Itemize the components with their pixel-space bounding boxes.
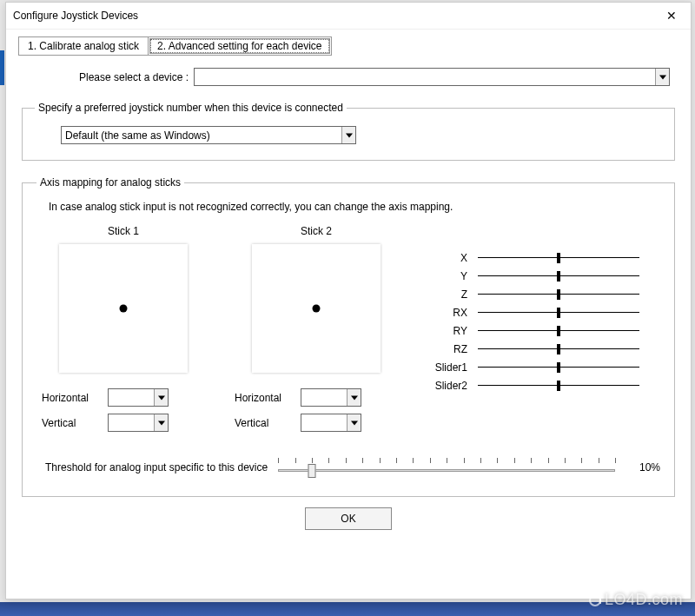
slider-tick <box>430 458 431 463</box>
stick-1-dot <box>120 305 128 313</box>
client-area: 1. Calibrate analog stick 2. Advanced se… <box>6 30 691 539</box>
slider-thumb <box>308 464 315 478</box>
axis-slider-rx[interactable] <box>478 306 639 320</box>
axis-slider-ry[interactable] <box>478 324 639 338</box>
tab-label: 2. Advanced setting for each device <box>157 40 321 52</box>
axis-label: RY <box>431 325 478 337</box>
slider-thumb <box>557 362 560 373</box>
axis-slider-x[interactable] <box>478 251 639 265</box>
stick-2-vertical-combo[interactable] <box>301 414 361 432</box>
tab-calibrate[interactable]: 1. Calibrate analog stick <box>18 36 149 56</box>
sticks-row: Stick 1 Horizontal Vertical <box>36 225 660 439</box>
slider-tick <box>497 458 498 463</box>
slider-tick <box>362 458 363 463</box>
tab-advanced[interactable]: 2. Advanced setting for each device <box>148 36 331 56</box>
slider-track <box>278 469 615 472</box>
stick-2-horizontal-combo[interactable] <box>301 388 361 407</box>
slider-tick <box>615 458 616 463</box>
axis-slider-slider1[interactable] <box>478 361 639 374</box>
preferred-number-value: Default (the same as Windows) <box>62 129 341 142</box>
slider-thumb <box>557 289 560 300</box>
threshold-row: Threshold for analog input specific to t… <box>36 456 660 479</box>
slider-thumb <box>557 344 560 354</box>
axis-row-rz: RZ <box>431 342 639 356</box>
slider-tick <box>531 458 532 463</box>
dialog-window: Configure Joystick Devices ✕ 1. Calibrat… <box>5 2 692 599</box>
axis-mapping-legend: Axis mapping for analog sticks <box>36 176 184 189</box>
device-select-label: Please select a device : <box>79 71 189 83</box>
stick-2-visualizer <box>252 244 381 373</box>
slider-tick <box>380 458 381 463</box>
chevron-down-icon <box>347 414 361 431</box>
tab-label: 1. Calibrate analog stick <box>28 40 139 52</box>
stick-2-dot <box>313 305 321 313</box>
chevron-down-icon <box>154 414 168 431</box>
axis-label: RZ <box>431 343 478 355</box>
background-accent <box>0 50 4 85</box>
watermark-text: LO4D.com <box>605 591 683 608</box>
window-title: Configure Joystick Devices <box>13 10 138 22</box>
axis-slider-y[interactable] <box>478 269 639 283</box>
slider-tick <box>328 458 329 463</box>
axis-label: RX <box>431 307 478 319</box>
slider-tick <box>480 458 481 463</box>
stick-2-vertical-label: Vertical <box>235 417 294 429</box>
slider-thumb <box>557 308 560 318</box>
stick-2-title: Stick 2 <box>229 225 403 237</box>
stick-1-vertical-row: Vertical <box>36 414 210 432</box>
slider-tick <box>464 458 465 463</box>
stick-1-title: Stick 1 <box>36 225 210 237</box>
axis-row-ry: RY <box>431 324 639 338</box>
stick-1-visualizer <box>59 244 188 373</box>
device-select-combo[interactable] <box>194 68 670 86</box>
stick-1-horizontal-combo[interactable] <box>108 388 169 407</box>
watermark: LO4D.com <box>589 591 683 609</box>
stick-2-column: Stick 2 Horizontal Vertical <box>229 225 403 439</box>
axes-readout: XYZRXRYRZSlider1Slider2 <box>431 225 639 397</box>
stick-1-vertical-label: Vertical <box>42 417 101 429</box>
slider-tick <box>278 458 279 463</box>
axis-slider-z[interactable] <box>478 288 639 301</box>
slider-tick <box>396 458 397 463</box>
ok-button[interactable]: OK <box>305 507 392 530</box>
stick-2-horizontal-label: Horizontal <box>235 392 294 404</box>
preferred-number-legend: Specify a preferred joystick number when… <box>35 102 347 114</box>
chevron-down-icon <box>347 389 361 406</box>
chevron-down-icon <box>341 127 355 143</box>
threshold-slider[interactable] <box>275 456 619 479</box>
slider-thumb <box>557 381 560 391</box>
close-button[interactable]: ✕ <box>652 3 691 29</box>
stick-1-vertical-combo[interactable] <box>108 414 169 432</box>
watermark-icon <box>589 594 601 606</box>
close-icon: ✕ <box>666 9 677 23</box>
slider-thumb <box>557 271 560 282</box>
titlebar: Configure Joystick Devices ✕ <box>6 3 691 30</box>
stick-1-horizontal-label: Horizontal <box>42 392 101 404</box>
axis-mapping-hint: In case analog stick input is not recogn… <box>49 201 648 213</box>
axis-mapping-group: Axis mapping for analog sticks In case a… <box>22 176 675 497</box>
axis-label: X <box>431 252 478 264</box>
axis-slider-slider2[interactable] <box>478 379 639 393</box>
stick-2-vertical-row: Vertical <box>229 414 403 432</box>
axis-row-slider2: Slider2 <box>431 379 639 393</box>
axis-row-rx: RX <box>431 306 639 320</box>
slider-tick <box>565 458 566 463</box>
stick-2-horizontal-row: Horizontal <box>229 388 403 407</box>
preferred-number-group: Specify a preferred joystick number when… <box>22 102 675 161</box>
preferred-number-combo[interactable]: Default (the same as Windows) <box>61 126 356 144</box>
stick-1-column: Stick 1 Horizontal Vertical <box>36 225 210 439</box>
slider-tick <box>548 458 549 463</box>
axis-label: Slider2 <box>431 380 478 392</box>
ok-label: OK <box>341 513 355 525</box>
tabs: 1. Calibrate analog stick 2. Advanced se… <box>18 36 678 56</box>
threshold-label: Threshold for analog input specific to t… <box>45 461 268 474</box>
chevron-down-icon <box>154 389 168 406</box>
axis-slider-rz[interactable] <box>478 342 639 356</box>
axis-row-slider1: Slider1 <box>431 361 639 374</box>
device-select-row: Please select a device : <box>79 68 670 86</box>
axis-label: Slider1 <box>431 361 478 374</box>
slider-tick <box>581 458 582 463</box>
threshold-value: 10% <box>626 461 660 474</box>
button-bar: OK <box>18 507 678 530</box>
axis-row-z: Z <box>431 288 639 301</box>
